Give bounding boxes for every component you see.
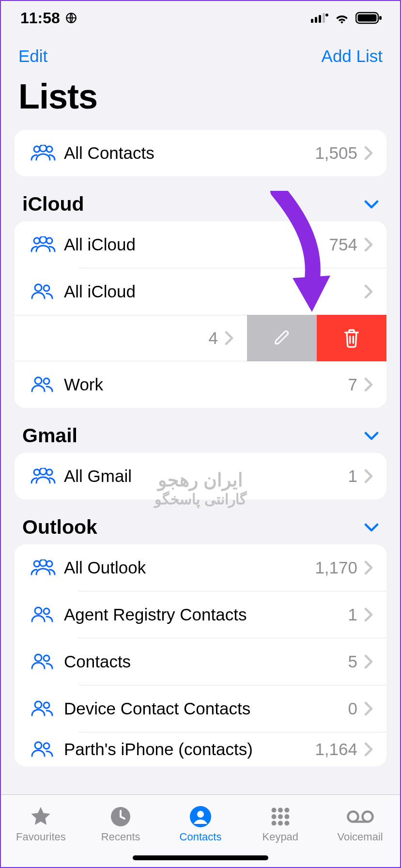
svg-point-9: [34, 146, 40, 152]
svg-point-17: [35, 377, 42, 384]
svg-point-38: [284, 807, 289, 812]
section-header-outlook[interactable]: Outlook: [1, 499, 400, 544]
tab-contacts[interactable]: Contacts: [161, 795, 241, 852]
list-row-all-gmail[interactable]: All Gmail 1: [15, 453, 386, 499]
tab-label: Voicemail: [338, 831, 383, 843]
chevron-down-icon: [364, 432, 379, 440]
chevron-right-icon: [364, 742, 373, 757]
svg-point-10: [40, 145, 46, 152]
row-count: 1: [348, 466, 357, 486]
row-label: All Contacts: [64, 143, 315, 163]
chevron-right-icon: [364, 146, 373, 160]
tab-keypad[interactable]: Keypad: [240, 795, 320, 852]
keypad-icon: [269, 805, 292, 829]
edit-button[interactable]: Edit: [18, 46, 47, 66]
svg-rect-4: [323, 13, 325, 23]
svg-rect-8: [379, 16, 382, 20]
chevron-right-icon: [364, 607, 373, 622]
section-header-icloud[interactable]: iCloud: [1, 176, 400, 221]
clock-icon: [109, 805, 132, 829]
section-header-gmail[interactable]: Gmail: [1, 408, 400, 453]
svg-point-45: [348, 811, 358, 822]
svg-point-5: [325, 14, 328, 16]
people-2-icon: [30, 283, 64, 300]
row-count: 1,505: [315, 143, 357, 163]
list-row-all-icloud[interactable]: All iCloud 754: [15, 221, 386, 268]
svg-point-44: [284, 821, 289, 825]
svg-point-43: [278, 821, 283, 825]
add-list-button[interactable]: Add List: [322, 46, 383, 66]
star-icon: [29, 805, 53, 829]
chevron-right-icon: [364, 701, 373, 716]
svg-rect-1: [311, 19, 313, 23]
row-count: 7: [348, 375, 357, 394]
svg-point-28: [44, 655, 49, 661]
chevron-right-icon: [364, 284, 373, 299]
tab-label: Favourites: [16, 831, 66, 843]
svg-point-39: [271, 814, 276, 819]
row-label: Agent Registry Contacts: [64, 605, 348, 624]
svg-rect-7: [358, 15, 377, 22]
location-icon: [65, 12, 77, 24]
battery-icon: [355, 12, 383, 24]
svg-point-30: [44, 702, 49, 708]
list-row-swiped[interactable]: 4: [15, 315, 386, 361]
svg-point-31: [35, 742, 42, 749]
section-title: Outlook: [22, 516, 97, 539]
list-row-device-contact[interactable]: Device Contact Contacts 0: [15, 685, 386, 732]
row-count: 1,164: [315, 740, 357, 759]
wifi-icon: [334, 12, 350, 24]
tab-favourites[interactable]: Favourites: [1, 795, 81, 852]
home-indicator: [133, 855, 268, 860]
all-contacts-card: All Contacts 1,505: [15, 130, 386, 176]
svg-point-36: [271, 807, 276, 812]
list-row-parth-iphone[interactable]: Parth's iPhone (contacts) 1,164: [15, 732, 386, 766]
row-count: 754: [329, 235, 357, 254]
chevron-down-icon: [364, 200, 379, 209]
all-contacts-row[interactable]: All Contacts 1,505: [15, 130, 386, 176]
svg-point-18: [44, 378, 49, 384]
svg-point-27: [35, 654, 42, 661]
tab-label: Recents: [101, 831, 140, 843]
row-count: 5: [348, 652, 357, 671]
svg-point-16: [44, 285, 49, 291]
chevron-right-icon: [364, 654, 373, 669]
tab-label: Keypad: [262, 831, 298, 843]
row-label: All Gmail: [64, 466, 348, 486]
svg-point-23: [40, 559, 46, 566]
svg-point-24: [46, 561, 52, 567]
tab-recents[interactable]: Recents: [81, 795, 161, 852]
status-bar: 11:58: [1, 1, 400, 35]
chevron-right-icon: [364, 237, 373, 252]
people-2-icon: [30, 653, 64, 670]
row-label: All iCloud: [64, 282, 357, 301]
chevron-right-icon: [364, 560, 373, 575]
people-2-icon: [30, 741, 64, 758]
cellular-icon: [311, 12, 328, 24]
chevron-right-icon: [364, 469, 373, 483]
tab-label: Contacts: [180, 831, 222, 843]
svg-point-35: [197, 811, 204, 818]
list-row-all-icloud-2[interactable]: All iCloud: [15, 268, 386, 315]
svg-point-37: [278, 807, 283, 812]
list-row-all-outlook[interactable]: All Outlook 1,170: [15, 544, 386, 591]
list-row-contacts[interactable]: Contacts 5: [15, 638, 386, 685]
person-circle-icon: [189, 805, 212, 829]
icloud-card: All iCloud 754 All iCloud: [15, 221, 386, 408]
row-label: Device Contact Contacts: [64, 699, 348, 718]
svg-point-12: [34, 238, 40, 244]
svg-rect-2: [315, 17, 317, 23]
people-3-icon: [30, 559, 64, 576]
list-row-work[interactable]: Work 7: [15, 361, 386, 408]
people-3-icon: [30, 236, 64, 253]
row-label: Parth's iPhone (contacts): [64, 740, 315, 759]
swipe-delete-button[interactable]: [317, 315, 386, 361]
list-row-agent-registry[interactable]: Agent Registry Contacts 1: [15, 591, 386, 638]
swipe-edit-button[interactable]: [247, 315, 317, 361]
svg-point-40: [278, 814, 283, 819]
svg-point-46: [362, 811, 372, 822]
outlook-card: All Outlook 1,170 Agent Registry Contact…: [15, 544, 386, 766]
tab-voicemail[interactable]: Voicemail: [320, 795, 400, 852]
svg-point-11: [46, 146, 52, 152]
row-count: 0: [348, 699, 357, 718]
